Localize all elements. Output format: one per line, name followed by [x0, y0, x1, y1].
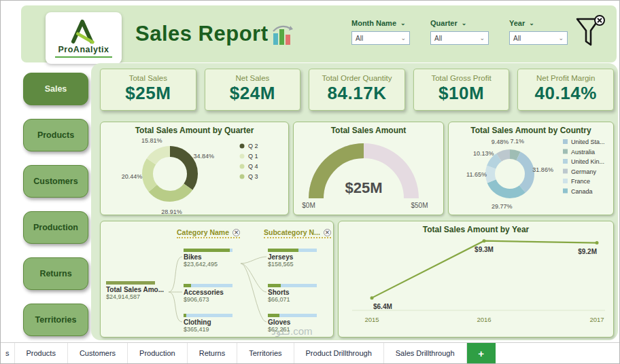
quarter-donut-chart[interactable]: 34.84%28.91%20.44%15.81%Q 2Q 1Q 4Q 3 [101, 122, 290, 216]
sidebar-item-sales[interactable]: Sales [23, 73, 88, 105]
kpi-label: Net Profit Margin [518, 74, 613, 82]
data-point-label: $9.2M [578, 248, 597, 255]
kpi-value: $25M [101, 83, 196, 104]
tree-level-category[interactable]: Category Name ✕ [177, 228, 240, 238]
tree-node-label: Shorts [268, 289, 332, 296]
remove-level-icon[interactable]: ✕ [232, 229, 240, 236]
chart-title: Total Sales Amount by Quarter [101, 122, 288, 135]
legend-label: Q 4 [248, 163, 258, 170]
legend-label: Canada [571, 188, 593, 195]
logo-underline [55, 56, 112, 58]
data-point[interactable] [483, 239, 486, 242]
legend-swatch [563, 139, 568, 144]
page-tab-customers[interactable]: Customers [68, 343, 128, 363]
tree-node-bar [268, 249, 317, 252]
tree-node-bar-fill [184, 284, 191, 287]
country-donut-chart[interactable]: 7.1%31.86%29.77%11.65%10.13%9.48%United … [449, 122, 615, 216]
page-tab-returns[interactable]: Returns [188, 343, 238, 363]
clear-filters-funnel-icon[interactable] [574, 15, 606, 49]
remove-level-icon[interactable]: ✕ [324, 229, 331, 236]
tree-level-label: Subcategory N... [264, 228, 320, 236]
x-axis-tick-label: 2015 [364, 316, 379, 323]
data-point[interactable] [596, 241, 599, 244]
tree-node-label: Bikes [184, 253, 247, 261]
slice-pct-label: 10.13% [473, 150, 494, 157]
legend-label: United Sta... [571, 139, 605, 145]
slicer-header[interactable]: Quarter⌄ [430, 19, 489, 27]
slice-pct-label: 7.1% [511, 138, 525, 145]
data-point[interactable] [371, 296, 374, 299]
data-point-label: $9.3M [475, 246, 494, 253]
kpi-card-net-sales: Net Sales$24M [205, 69, 301, 111]
legend-swatch [240, 144, 245, 149]
tree-node-value: $66,071 [268, 296, 332, 303]
slice-pct-label: 28.91% [161, 208, 182, 215]
page-tab-product-drillthrough[interactable]: Product Drillthrough [294, 343, 384, 363]
tree-node-bar [268, 284, 317, 287]
tree-node-bar-fill [268, 249, 298, 252]
tree-node-bar [184, 249, 232, 252]
page-tab-production[interactable]: Production [128, 343, 188, 363]
decomposition-tree-panel: Category Name ✕ Subcategory N... ✕ Total… [100, 221, 334, 338]
kpi-card-total-sales: Total Sales$25M [100, 69, 196, 111]
filter-dropdown-year[interactable]: All⌄ [509, 31, 568, 45]
slicer-header[interactable]: Month Name⌄ [351, 19, 410, 27]
kpi-label: Total Sales [101, 74, 196, 82]
filter-bar: Month Name⌄All⌄Quarter⌄All⌄Year⌄All⌄ [351, 19, 568, 45]
year-line-chart[interactable]: $6.4M$9.3M$9.2M201520162017 [339, 221, 615, 338]
kpi-value: 40.14% [518, 83, 613, 104]
logo: ProAnalytix [46, 12, 122, 64]
sidebar-item-products[interactable]: Products [23, 119, 88, 151]
x-axis-tick-label: 2017 [589, 316, 604, 323]
logo-text: ProAnalytix [58, 45, 109, 54]
chart-title: Total Sales Amount by Year [339, 221, 613, 234]
chevron-down-icon: ⌄ [558, 35, 564, 41]
tree-nodes: Total Sales Amo...$24,914,587Bikes$23,64… [101, 221, 333, 337]
tree-node-shorts[interactable]: Shorts$66,071 [268, 284, 332, 303]
sales-gauge-chart[interactable]: $25M$0M$50M [294, 122, 445, 216]
chart-gauge-panel: Total Sales Amount $25M$0M$50M [293, 122, 444, 215]
chart-year-line-panel: Total Sales Amount by Year $6.4M$9.3M$9.… [338, 221, 614, 338]
tree-node-label: Jerseys [268, 253, 332, 261]
filter-dropdown-quarter[interactable]: All⌄ [430, 31, 489, 45]
gauge-value: $25M [345, 179, 382, 196]
sidebar-item-customers[interactable]: Customers [23, 165, 88, 198]
legend-swatch [240, 175, 245, 179]
page-tab-products[interactable]: Products [15, 343, 68, 363]
tree-node-total-sales-amo[interactable]: Total Sales Amo...$24,914,587 [106, 281, 170, 300]
legend-label: United Kin... [571, 158, 604, 165]
tree-node-value: $24,914,587 [106, 293, 170, 300]
legend-label: Q 3 [248, 173, 258, 180]
filter-value: All [513, 35, 521, 42]
filter-value: All [434, 35, 442, 42]
sidebar-item-production[interactable]: Production [23, 211, 88, 244]
tree-node-label: Total Sales Amo... [106, 286, 170, 293]
chart-title: Total Sales Amount [294, 122, 443, 135]
tree-node-jerseys[interactable]: Jerseys$158,565 [268, 249, 332, 268]
sidebar-item-returns[interactable]: Returns [23, 257, 88, 290]
gauge-max-label: $50M [411, 202, 428, 209]
sidebar-item-territories[interactable]: Territories [23, 304, 88, 336]
legend-swatch [563, 169, 568, 174]
chart-quarter-donut-panel: Total Sales Amount by Quarter 34.84%28.9… [100, 122, 289, 215]
add-page-button[interactable]: + [467, 343, 496, 363]
tree-node-bar-fill [268, 284, 281, 287]
page-tab-s[interactable]: s [1, 343, 15, 363]
tree-node-bikes[interactable]: Bikes$23,642,495 [184, 249, 247, 268]
slice-pct-label: 15.81% [141, 137, 162, 144]
kpi-label: Total Order Quantity [309, 74, 404, 82]
tree-level-subcategory[interactable]: Subcategory N... ✕ [264, 228, 331, 238]
tree-node-accessories[interactable]: Accessories$906,673 [184, 284, 247, 303]
slicer-header[interactable]: Year⌄ [509, 19, 568, 27]
filter-dropdown-month-name[interactable]: All⌄ [351, 31, 410, 45]
tree-node-value: $23,642,495 [184, 261, 247, 268]
kpi-card-total-gross-profit: Total Gross Profit$10M [413, 69, 510, 111]
chevron-down-icon: ⌄ [400, 20, 406, 26]
legend-swatch [240, 164, 245, 169]
page-tab-territories[interactable]: Territories [237, 343, 294, 363]
tree-node-clothing[interactable]: Clothing$365,419 [184, 314, 247, 333]
tree-node-bar [268, 314, 317, 317]
legend-swatch [563, 179, 568, 183]
tree-node-bar-fill [184, 249, 230, 252]
page-tab-sales-drillthrough[interactable]: Sales Drillthrough [384, 343, 467, 363]
